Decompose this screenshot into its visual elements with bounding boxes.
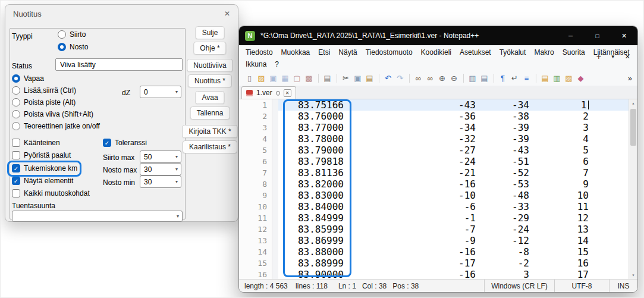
copy-icon[interactable]: ▣ bbox=[352, 73, 363, 84]
minimize-icon[interactable]: ─ bbox=[557, 26, 584, 45]
checkbox-pyorista-paalut[interactable]: Pyöristä paalut bbox=[12, 151, 71, 159]
indent-guide-icon[interactable]: ≡ bbox=[521, 73, 532, 84]
status-encoding[interactable]: UTF-8 bbox=[554, 280, 609, 292]
new-file-icon[interactable]: ▯ bbox=[244, 73, 255, 84]
checkbox-kaanteinen[interactable]: Käänteinen bbox=[12, 139, 60, 147]
zoom-in-icon[interactable]: ⊕ bbox=[436, 73, 448, 84]
dialog-titlebar[interactable]: Nuotitus ✕ bbox=[5, 5, 238, 23]
dialog-close-icon[interactable]: ✕ bbox=[224, 10, 230, 18]
plugin-icon[interactable]: ◆ bbox=[575, 73, 586, 84]
open-folder-icon[interactable]: ▨ bbox=[256, 73, 267, 84]
paste-icon[interactable]: ▤ bbox=[364, 73, 375, 84]
folder-workspace-icon[interactable]: ▨ bbox=[563, 73, 574, 84]
nosto-max-combobox[interactable]: 30 ▾ bbox=[140, 163, 181, 175]
tallenna-button[interactable]: Tallenna bbox=[190, 106, 230, 120]
plus-icon[interactable]: + bbox=[596, 52, 601, 61]
print-icon[interactable]: ▤ bbox=[322, 73, 333, 84]
tab-close-icon[interactable]: ✕ bbox=[284, 89, 291, 97]
editor[interactable]: 12345678910111213141516 83.75166-43-3418… bbox=[239, 99, 637, 279]
vertical-scrollbar[interactable]: ▴ ▾ bbox=[629, 99, 637, 279]
editor-line[interactable]: 83.90000-16317 bbox=[278, 269, 629, 279]
doc-map-icon[interactable]: ▤ bbox=[539, 73, 551, 84]
close-all-icon[interactable]: ▩ bbox=[303, 73, 315, 84]
menu-item-näytä[interactable]: Näytä bbox=[334, 48, 361, 57]
radio-poista-viiva[interactable]: Poista viiva (Shift+Alt) bbox=[12, 110, 93, 118]
menu-item-muokkaa[interactable]: Muokkaa bbox=[277, 48, 315, 57]
radio-vapaa[interactable]: Vapaa bbox=[12, 74, 44, 83]
editor-line[interactable]: 83.88000-16-815 bbox=[278, 246, 629, 258]
dz-combobox[interactable]: 0 ▾ bbox=[140, 86, 181, 98]
editor-line[interactable]: 83.78000-32-394 bbox=[278, 133, 629, 145]
checkbox-nayta-elementit[interactable]: ✓ Näytä elementit bbox=[12, 177, 73, 185]
tuentasuunta-combobox[interactable]: ▾ bbox=[12, 211, 183, 222]
editor-line[interactable]: 83.81136-21-527 bbox=[278, 167, 629, 178]
editor-line[interactable]: 83.79818-24-516 bbox=[278, 156, 629, 167]
checkbox-kaikki-muutoskohdat[interactable]: Kaikki muutoskohdat bbox=[12, 189, 90, 197]
status-input[interactable]: Viiva lisätty bbox=[55, 58, 183, 71]
kaarilistaus-button[interactable]: Kaarilistaus * bbox=[183, 140, 237, 153]
menu-item-makro[interactable]: Makro bbox=[530, 48, 558, 57]
close-file-icon[interactable]: ▢ bbox=[291, 73, 303, 84]
editor-line[interactable]: 83.77000-34-393 bbox=[278, 122, 629, 133]
editor-line[interactable]: 83.88999-17-216 bbox=[278, 258, 629, 269]
undo-icon[interactable]: ↶ bbox=[382, 73, 394, 84]
save-icon[interactable]: ▣ bbox=[268, 73, 279, 84]
ohje-button[interactable]: Ohje * bbox=[193, 42, 226, 55]
replace-icon[interactable]: ∞ bbox=[425, 73, 436, 84]
menu-item-työkalut[interactable]: Työkalut bbox=[495, 48, 530, 57]
editor-line[interactable]: 83.79000-27-435 bbox=[278, 145, 629, 156]
save-all-icon[interactable]: ▦ bbox=[279, 73, 291, 84]
scrollbar-thumb[interactable] bbox=[630, 109, 636, 146]
menu-item-koodikieli[interactable]: Koodikieli bbox=[417, 48, 455, 57]
editor-line[interactable]: 83.84000-6-3311 bbox=[278, 201, 629, 212]
menu-item-etsi[interactable]: Etsi bbox=[314, 48, 334, 57]
menu-item-ikkuna[interactable]: Ikkuna bbox=[241, 60, 271, 68]
menu-item-tiedosto[interactable]: Tiedosto bbox=[241, 48, 277, 57]
editor-line[interactable]: 83.83000-10-4810 bbox=[278, 190, 629, 201]
sync-vertical-icon[interactable]: ▥ bbox=[467, 73, 478, 84]
nosto-min-combobox[interactable]: 30 ▾ bbox=[140, 175, 181, 188]
scroll-down-icon[interactable]: ▾ bbox=[632, 272, 635, 278]
editor-line[interactable]: 83.86999-9-1214 bbox=[278, 235, 629, 246]
menu-item-asetukset[interactable]: Asetukset bbox=[455, 48, 495, 57]
nuottiviiva-button[interactable]: Nuottiviiva bbox=[187, 59, 233, 72]
radio-nosto[interactable]: Nosto bbox=[58, 43, 88, 51]
menu-item-suorita[interactable]: Suorita bbox=[558, 48, 589, 57]
checkbox-tukemiskone-km[interactable]: ✓ Tukemiskone km bbox=[12, 164, 77, 172]
editor-line[interactable]: 83.82000-16-539 bbox=[278, 178, 629, 190]
radio-teoreettinen-jatke[interactable]: Teoreettinen jatke on/off bbox=[12, 122, 100, 130]
sulje-button[interactable]: Sulje bbox=[196, 26, 225, 39]
radio-siirto[interactable]: Siirto bbox=[58, 30, 86, 39]
status-insert-mode[interactable]: INS bbox=[609, 280, 637, 292]
close-icon[interactable]: ✕ bbox=[611, 26, 637, 45]
redo-icon[interactable]: ↷ bbox=[394, 73, 406, 84]
tab-1ver[interactable]: 1.ver ✕ bbox=[241, 86, 296, 99]
menu-item-tiedostomuoto[interactable]: Tiedostomuoto bbox=[362, 48, 417, 57]
kirjoita-tkk-button[interactable]: Kirjoita TKK * bbox=[182, 125, 237, 138]
nuotitus-button[interactable]: Nuotitus * bbox=[188, 74, 232, 87]
editor-line[interactable]: 83.85999-7-2413 bbox=[278, 224, 629, 235]
radio-lisaa-siirra[interactable]: Lisää,siirrä (Ctrl) bbox=[12, 86, 76, 95]
editor-line[interactable]: 83.75166-43-341 bbox=[278, 99, 629, 111]
checkbox-toleranssi[interactable]: ✓ Toleranssi bbox=[103, 139, 147, 147]
chevron-down-icon[interactable]: ▼ bbox=[611, 54, 615, 59]
find-icon[interactable]: ∞ bbox=[413, 73, 424, 84]
status-eol-format[interactable]: Windows (CR LF) bbox=[484, 280, 554, 292]
siirto-max-combobox[interactable]: 50 ▾ bbox=[140, 150, 181, 163]
sync-horizontal-icon[interactable]: ▤ bbox=[479, 73, 490, 84]
window-titlebar[interactable]: N *G:\Oma Drive\1_RATA 2025\1_RATA\1_Esi… bbox=[239, 26, 637, 45]
maximize-icon[interactable]: □ bbox=[584, 26, 611, 45]
avaa-button[interactable]: Avaa bbox=[195, 91, 224, 104]
function-list-icon[interactable]: ▥ bbox=[551, 73, 563, 84]
toolbar-overflow-icon[interactable]: » bbox=[628, 74, 632, 83]
radio-poista-piste[interactable]: Poista piste (Alt) bbox=[12, 98, 76, 106]
show-all-characters-icon[interactable]: ¶ bbox=[497, 73, 508, 84]
zoom-out-icon[interactable]: ⊖ bbox=[448, 73, 460, 84]
editor-text-area[interactable]: 83.75166-43-34183.76000-36-38283.77000-3… bbox=[278, 99, 629, 279]
menu-item-?[interactable]: ? bbox=[271, 60, 283, 68]
close-icon[interactable]: ✕ bbox=[625, 53, 630, 61]
cut-icon[interactable]: ✂ bbox=[340, 73, 351, 84]
scroll-up-icon[interactable]: ▴ bbox=[632, 101, 635, 106]
editor-line[interactable]: 83.84999-1-2912 bbox=[278, 212, 629, 224]
pin-icon[interactable] bbox=[275, 90, 281, 96]
